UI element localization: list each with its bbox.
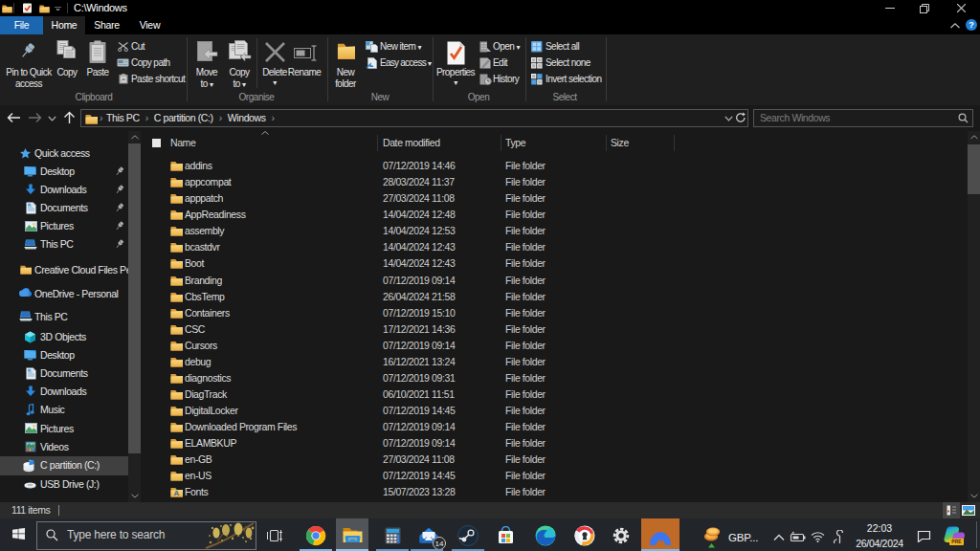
- svg-text:A: A: [174, 489, 180, 497]
